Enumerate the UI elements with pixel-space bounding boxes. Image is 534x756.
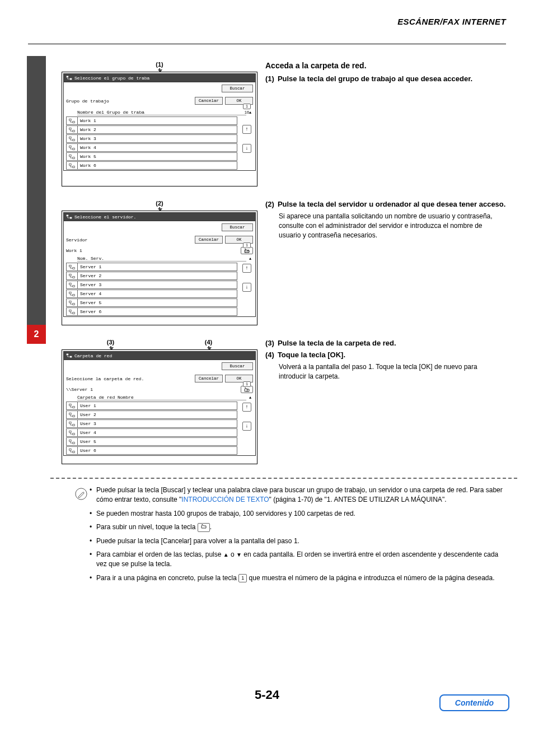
svg-rect-35: [73, 424, 74, 426]
svg-rect-30: [69, 404, 71, 405]
list-item[interactable]: Server 6: [66, 307, 237, 316]
screen-workgroup: Seleccione el grupo de traba Buscar Grup…: [62, 72, 257, 186]
note-item: Para cambiar el orden de las teclas, pul…: [90, 550, 506, 570]
list-item-label: Server 4: [78, 291, 101, 296]
step-number: (2): [265, 200, 274, 208]
screen-left-label: Seleccione la carpeta de red.: [66, 376, 193, 381]
screen-title: Carpeta de red: [74, 353, 112, 358]
cancel-button[interactable]: Cancelar: [195, 375, 223, 382]
cancel-button[interactable]: Cancelar: [195, 236, 223, 244]
folder-icon: [67, 299, 78, 306]
list-item[interactable]: User 1: [66, 402, 237, 410]
svg-rect-18: [69, 274, 71, 276]
step-number: (1): [265, 74, 274, 83]
list-item[interactable]: User 5: [66, 437, 237, 446]
folder-icon: [67, 153, 78, 160]
svg-rect-12: [69, 164, 71, 165]
list-item[interactable]: User 6: [66, 446, 237, 455]
total-count: 16: [245, 249, 249, 254]
list-item[interactable]: Work 5: [66, 152, 237, 161]
column-header[interactable]: Carpeta de red Nombre: [77, 395, 246, 400]
svg-rect-40: [69, 449, 71, 450]
list-item-label: Work 3: [78, 136, 96, 141]
svg-rect-27: [73, 312, 74, 314]
screen-left-label: Grupo de trabajo: [66, 99, 193, 104]
list-item[interactable]: Work 1: [66, 116, 237, 125]
svg-rect-9: [73, 148, 74, 150]
svg-rect-33: [73, 415, 74, 417]
callout-arrow-icon: [110, 346, 111, 348]
folder-icon: [67, 447, 78, 454]
svg-rect-23: [73, 294, 74, 296]
search-button[interactable]: Buscar: [222, 223, 253, 231]
page-number: 5-24: [28, 688, 506, 702]
callout-arrow-icon: [208, 346, 209, 348]
callout-label: (3): [62, 339, 160, 346]
column-header[interactable]: Nombre del Grupo de traba: [77, 110, 246, 115]
svg-rect-2: [69, 119, 71, 120]
folder-icon: [67, 263, 78, 270]
list-item[interactable]: User 4: [66, 428, 237, 437]
folder-icon: [67, 308, 78, 315]
list-item-label: Server 1: [78, 264, 101, 269]
folder-icon: [67, 144, 78, 151]
folder-icon: [67, 135, 78, 142]
note-item: Para subir un nivel, toque la tecla .: [90, 522, 506, 532]
note-pencil-icon: [75, 488, 90, 587]
callout-arrow-icon: [159, 207, 160, 209]
text-entry-link[interactable]: INTRODUCCIÓN DE TEXTO: [181, 496, 269, 503]
scroll-up-button[interactable]: ↑: [242, 264, 251, 273]
svg-rect-26: [69, 310, 71, 311]
sort-desc-icon: ▼: [236, 551, 242, 559]
scroll-up-button[interactable]: ↑: [242, 403, 251, 412]
page-indicator-button[interactable]: 1: [243, 242, 251, 248]
step-title: (4)Toque la tecla [OK].: [265, 351, 506, 359]
list-item[interactable]: User 3: [66, 419, 237, 428]
list-item[interactable]: Work 4: [66, 143, 237, 152]
cancel-button[interactable]: Cancelar: [195, 97, 223, 105]
list-item-label: Server 2: [78, 273, 101, 278]
note-item: Se pueden mostrar hasta 100 grupos de tr…: [90, 509, 506, 519]
path-text: Work 1: [66, 248, 241, 253]
callout-label: (1): [62, 61, 257, 68]
list-item-label: Work 5: [78, 154, 96, 159]
svg-rect-22: [69, 292, 71, 293]
svg-rect-24: [69, 301, 71, 302]
list-item[interactable]: Server 4: [66, 290, 237, 298]
search-button[interactable]: Buscar: [222, 85, 253, 92]
network-icon: [66, 214, 72, 220]
list-item[interactable]: Work 2: [66, 125, 237, 134]
column-header[interactable]: Nom. Serv.: [77, 256, 246, 262]
svg-rect-0: [67, 76, 68, 78]
scroll-down-button[interactable]: ↓: [242, 144, 251, 153]
folder-icon: [67, 290, 78, 297]
total-count: 16: [245, 110, 249, 115]
scroll-down-button[interactable]: ↓: [242, 422, 251, 431]
svg-rect-13: [73, 166, 74, 167]
svg-rect-37: [73, 433, 74, 435]
svg-rect-36: [69, 431, 71, 432]
svg-rect-14: [67, 215, 68, 217]
page-indicator-button[interactable]: 1: [243, 381, 251, 387]
search-button[interactable]: Buscar: [222, 362, 253, 370]
list-item[interactable]: Server 2: [66, 272, 237, 280]
list-item-label: User 6: [78, 448, 96, 453]
list-item[interactable]: Work 6: [66, 161, 237, 170]
header-title: ESCÁNER/FAX INTERNET: [397, 17, 506, 26]
step-number: (3): [265, 339, 274, 347]
svg-rect-11: [73, 157, 74, 158]
total-count: 3: [246, 388, 248, 393]
svg-rect-8: [69, 146, 71, 147]
list-item[interactable]: Server 1: [66, 263, 237, 271]
folder-icon: [67, 438, 78, 445]
scroll-down-button[interactable]: ↓: [242, 283, 251, 292]
page-indicator-button[interactable]: 1: [243, 104, 251, 109]
list-item[interactable]: Work 3: [66, 134, 237, 143]
list-item[interactable]: User 2: [66, 410, 237, 419]
screen-title: Seleccione el servidor.: [74, 214, 136, 220]
scroll-up-button[interactable]: ↑: [242, 125, 251, 134]
folder-icon: [67, 402, 78, 409]
list-item[interactable]: Server 3: [66, 281, 237, 289]
list-item[interactable]: Server 5: [66, 298, 237, 307]
contents-button[interactable]: Contenido: [439, 694, 509, 711]
